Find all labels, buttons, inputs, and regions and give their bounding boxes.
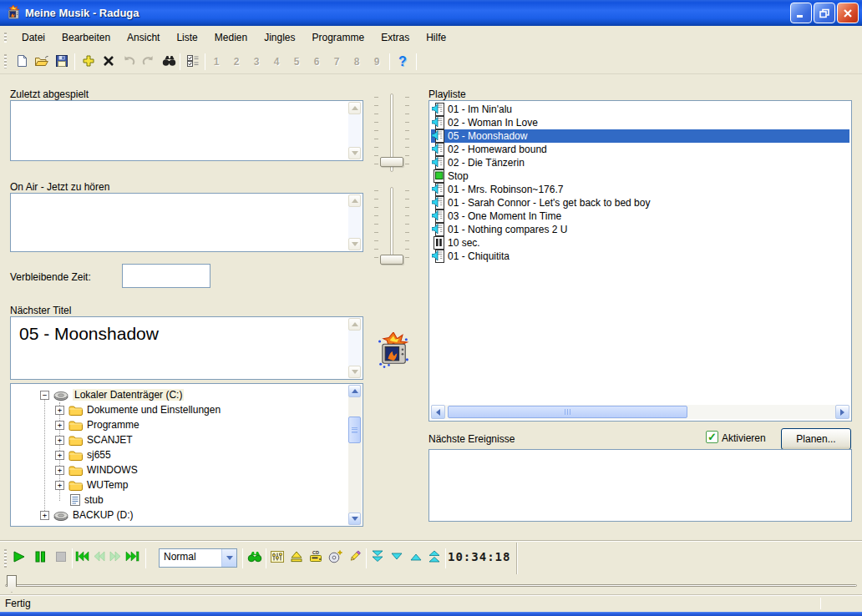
- restore-button[interactable]: [814, 3, 835, 23]
- tree-item-drive-c[interactable]: − Lokaler Datenträger (C:): [12, 387, 347, 402]
- rewind-button[interactable]: [90, 546, 107, 569]
- scrollbar-thumb[interactable]: [448, 406, 687, 418]
- preset-button-5[interactable]: 5: [287, 52, 306, 72]
- skip-start-button[interactable]: [74, 546, 90, 569]
- plus-box-icon[interactable]: +: [55, 481, 64, 490]
- playlist-item[interactable]: 01 - Nothing compares 2 U: [431, 223, 849, 236]
- play-button[interactable]: [8, 546, 28, 569]
- tree-item-sj655[interactable]: + sj655: [12, 447, 347, 462]
- playlist-item[interactable]: 02 - Die Tänzerin: [431, 156, 849, 169]
- menu-medien[interactable]: Medien: [206, 27, 256, 48]
- position-thumb[interactable]: [7, 575, 17, 593]
- transport-gripper[interactable]: [4, 549, 7, 568]
- open-button[interactable]: [32, 52, 52, 72]
- scroll-left-button[interactable]: [431, 405, 445, 419]
- auto-search-button[interactable]: [245, 546, 265, 569]
- remaining-time-input[interactable]: [122, 264, 210, 288]
- redo-button[interactable]: [139, 52, 159, 72]
- menu-gripper[interactable]: [4, 33, 7, 43]
- preset-button-2[interactable]: 2: [227, 52, 246, 72]
- move-down-button[interactable]: [388, 546, 406, 569]
- preset-button-7[interactable]: 7: [327, 52, 346, 72]
- tree-item-drive-d[interactable]: + BACKUP (D:): [12, 507, 347, 523]
- preset-button-3[interactable]: 3: [247, 52, 266, 72]
- menu-ansicht[interactable]: Ansicht: [119, 27, 168, 48]
- menu-hilfe[interactable]: Hilfe: [418, 27, 454, 48]
- combo-dropdown-button[interactable]: [221, 549, 236, 567]
- forward-button[interactable]: [107, 546, 124, 569]
- move-top-button[interactable]: [425, 546, 444, 569]
- options-checklist-button[interactable]: [183, 52, 203, 72]
- mode-select[interactable]: Normal: [159, 548, 237, 568]
- position-track[interactable]: [5, 584, 857, 587]
- delete-track-button[interactable]: [99, 52, 119, 72]
- preset-button-1[interactable]: 1: [207, 52, 226, 72]
- playlist-item[interactable]: 02 - Woman In Love: [431, 116, 849, 129]
- playlist-item[interactable]: 02 - Homeward bound: [431, 143, 849, 156]
- playlist-item[interactable]: 01 - Chiquitita: [431, 250, 849, 263]
- plus-box-icon[interactable]: +: [55, 451, 64, 460]
- playlist-item-pause[interactable]: 10 sec.: [431, 236, 849, 250]
- eject-button[interactable]: [287, 546, 306, 569]
- edit-button[interactable]: [345, 546, 363, 569]
- new-playlist-button[interactable]: [12, 52, 32, 72]
- scroll-up-button[interactable]: [348, 102, 361, 114]
- playlist-item[interactable]: 01 - Sarah Connor - Let's get back to be…: [431, 196, 849, 210]
- playlist-item[interactable]: 01 - Im Nin'alu: [431, 103, 849, 116]
- playlist[interactable]: 01 - Im Nin'alu 02 - Woman In Love 05 - …: [428, 100, 852, 422]
- next-title-box[interactable]: 05 - Moonshadow: [10, 316, 363, 380]
- close-button[interactable]: [837, 3, 859, 23]
- add-track-button[interactable]: [79, 52, 99, 72]
- plus-box-icon[interactable]: +: [40, 511, 49, 520]
- plus-box-icon[interactable]: +: [55, 466, 64, 475]
- scroll-down-button[interactable]: [348, 512, 361, 525]
- help-button[interactable]: ?: [393, 52, 413, 72]
- scroll-down-button[interactable]: [348, 238, 361, 250]
- menu-bearbeiten[interactable]: Bearbeiten: [53, 27, 119, 48]
- tree-item-stub[interactable]: stub: [12, 492, 347, 507]
- pause-button[interactable]: [30, 546, 50, 569]
- skip-end-button[interactable]: [124, 546, 140, 569]
- slider-thumb[interactable]: [380, 157, 403, 167]
- titlebar[interactable]: Meine Musik - Raduga: [0, 0, 862, 26]
- playlist-item[interactable]: 01 - Mrs. Robinson~176.7: [431, 183, 849, 196]
- playlist-item[interactable]: 03 - One Moment In Time: [431, 210, 849, 223]
- move-up-button[interactable]: [407, 546, 425, 569]
- preset-button-8[interactable]: 8: [347, 52, 366, 72]
- scroll-up-button[interactable]: [348, 385, 361, 397]
- minus-box-icon[interactable]: −: [40, 391, 49, 400]
- toolbar-gripper[interactable]: [4, 54, 7, 68]
- mixer-button[interactable]: [268, 546, 286, 569]
- next-events-box[interactable]: [428, 449, 852, 522]
- find-button[interactable]: [159, 52, 179, 72]
- preset-button-6[interactable]: 6: [307, 52, 326, 72]
- menu-jingles[interactable]: Jingles: [256, 27, 303, 48]
- plus-box-icon[interactable]: +: [55, 406, 64, 415]
- scroll-up-button[interactable]: [348, 318, 361, 331]
- last-played-list[interactable]: [10, 100, 363, 161]
- undo-button[interactable]: [119, 52, 139, 72]
- folder-tree[interactable]: − Lokaler Datenträger (C:) + Dokumente u…: [10, 383, 363, 527]
- playlist-item-stop[interactable]: Stop: [431, 169, 849, 183]
- tree-item-scanjet[interactable]: + SCANJET: [12, 432, 347, 447]
- playlist-item-selected[interactable]: 05 - Moonshadow: [431, 129, 849, 143]
- scroll-down-button[interactable]: [348, 147, 361, 159]
- plan-button[interactable]: Planen...: [781, 428, 851, 450]
- scroll-right-button[interactable]: [835, 405, 849, 419]
- tree-item-dokumente[interactable]: + Dokumente und Einstellungen: [12, 402, 347, 417]
- tree-item-programme[interactable]: + Programme: [12, 417, 347, 432]
- slider-track[interactable]: [390, 187, 393, 264]
- scroll-down-button[interactable]: [348, 366, 361, 378]
- tree-item-wutemp[interactable]: + WUTemp: [12, 477, 347, 492]
- plus-box-icon[interactable]: +: [55, 436, 64, 445]
- menu-programme[interactable]: Programme: [304, 27, 373, 48]
- minimize-button[interactable]: [790, 3, 812, 23]
- menu-extras[interactable]: Extras: [373, 27, 418, 48]
- save-button[interactable]: [52, 52, 72, 72]
- on-air-list[interactable]: [10, 193, 363, 252]
- add-cd-button[interactable]: [326, 546, 344, 569]
- menu-liste[interactable]: Liste: [168, 27, 205, 48]
- preset-button-4[interactable]: 4: [267, 52, 286, 72]
- stop-button[interactable]: [51, 546, 71, 569]
- cd-player-button[interactable]: CD: [307, 546, 325, 569]
